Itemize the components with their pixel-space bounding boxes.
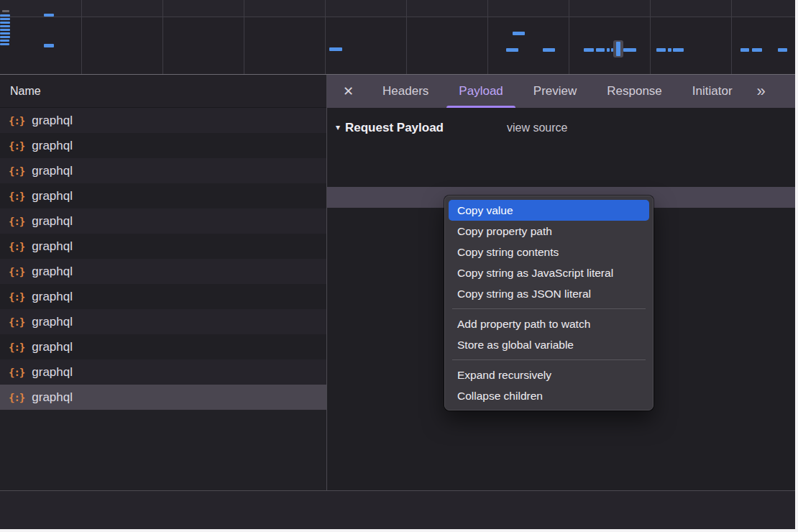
waterfall-request-bar (2, 10, 9, 12)
request-name-label: graphql (32, 214, 73, 229)
request-name-label: graphql (32, 139, 73, 153)
menu-item-copy-string-as-json-literal[interactable]: Copy string as JSON literal (449, 283, 649, 304)
menu-separator (452, 359, 646, 360)
context-menu: Copy valueCopy property pathCopy string … (444, 196, 653, 411)
waterfall-gridline (162, 0, 163, 74)
waterfall-request-bar (44, 44, 54, 47)
waterfall-time-ruler-band (0, 0, 795, 17)
json-braces-icon: {:} (9, 115, 24, 127)
waterfall-request-bar (0, 36, 10, 38)
waterfall-request-bar (0, 40, 9, 42)
tab-payload[interactable]: Payload (459, 75, 503, 108)
request-name-label: graphql (32, 265, 73, 279)
waterfall-request-bar (0, 43, 9, 45)
tab-preview[interactable]: Preview (533, 75, 577, 108)
json-braces-icon: {:} (9, 316, 24, 328)
request-name-label: graphql (32, 189, 73, 203)
waterfall-request-bar (0, 22, 10, 24)
menu-item-copy-property-path[interactable]: Copy property path (449, 221, 649, 242)
menu-item-collapse-children[interactable]: Collapse children (449, 385, 649, 406)
request-rows: {:} graphql {:} graphql {:} graphql {:} … (0, 108, 326, 410)
section-expander-icon[interactable]: ▾ (336, 117, 340, 138)
name-column-header[interactable]: Name (0, 75, 326, 108)
waterfall-request-bar (596, 48, 605, 52)
network-request-row[interactable]: {:} graphql (0, 133, 326, 158)
waterfall-request-bar (0, 14, 10, 17)
waterfall-gridline (406, 0, 407, 74)
waterfall-gridline (650, 0, 651, 74)
network-request-row[interactable]: {:} graphql (0, 385, 326, 410)
status-footer (0, 490, 795, 529)
waterfall-request-bar (740, 48, 749, 52)
waterfall-request-bar (513, 32, 525, 35)
network-request-row[interactable]: {:} graphql (0, 234, 326, 259)
waterfall-request-bar (44, 14, 54, 17)
json-braces-icon: {:} (9, 241, 24, 252)
menu-item-copy-value[interactable]: Copy value (449, 200, 649, 221)
waterfall-selected-request-marker (613, 40, 623, 58)
network-request-row[interactable]: {:} graphql (0, 309, 326, 334)
view-source-link[interactable]: view source (507, 117, 567, 138)
request-name-label: graphql (32, 290, 73, 304)
json-braces-icon: {:} (9, 392, 24, 403)
json-braces-icon: {:} (9, 165, 24, 177)
waterfall-gridline (325, 0, 326, 74)
waterfall-request-bar (668, 48, 671, 52)
request-name-label: graphql (32, 239, 73, 254)
network-request-row[interactable]: {:} graphql (0, 108, 326, 133)
network-request-row[interactable]: {:} graphql (0, 208, 326, 234)
waterfall-request-bar (329, 47, 342, 51)
tree-row-operation-name[interactable]: operationName: "ipFlowTimeseries" (327, 166, 795, 187)
waterfall-request-bar (607, 48, 610, 52)
waterfall-request-bar (0, 29, 10, 31)
waterfall-selected-request-bar (616, 42, 620, 56)
json-braces-icon: {:} (9, 140, 24, 152)
waterfall-gridline (731, 0, 732, 74)
menu-item-add-property-path-to-watch[interactable]: Add property path to watch (449, 313, 649, 334)
json-braces-icon: {:} (9, 341, 24, 353)
network-request-row[interactable]: {:} graphql (0, 334, 326, 359)
waterfall-request-bar (623, 48, 636, 52)
network-request-row[interactable]: {:} graphql (0, 158, 326, 183)
detail-tabs: HeadersPayloadPreviewResponseInitiator (382, 75, 732, 108)
network-request-row[interactable]: {:} graphql (0, 183, 326, 208)
json-braces-icon: {:} (9, 291, 24, 303)
tab-headers[interactable]: Headers (382, 75, 428, 108)
menu-item-expand-recursively[interactable]: Expand recursively (449, 364, 649, 385)
menu-item-store-as-global-variable[interactable]: Store as global variable (449, 334, 649, 355)
request-name-label: graphql (32, 340, 73, 354)
waterfall-request-bar (656, 48, 666, 52)
request-name-label: graphql (32, 390, 73, 405)
json-braces-icon: {:} (9, 367, 24, 378)
detail-tabstrip: ✕ HeadersPayloadPreviewResponseInitiator… (327, 75, 795, 108)
network-overview-waterfall[interactable] (0, 0, 795, 75)
waterfall-request-bar (584, 48, 594, 52)
screenshot-bottom-edge (0, 529, 798, 532)
waterfall-request-bar (0, 18, 10, 20)
waterfall-request-bar (752, 48, 762, 52)
section-title: Request Payload (345, 117, 444, 138)
request-name-label: graphql (32, 164, 73, 178)
waterfall-request-bar (673, 48, 684, 52)
waterfall-gridline (569, 0, 569, 74)
request-name-label: graphql (32, 365, 73, 380)
tab-response[interactable]: Response (607, 75, 662, 108)
request-name-label: graphql (32, 315, 73, 329)
request-payload-section-header: ▾ Request Payload view source (327, 117, 795, 138)
menu-item-copy-string-contents[interactable]: Copy string contents (449, 242, 649, 262)
close-icon[interactable]: ✕ (343, 75, 354, 108)
network-request-row[interactable]: {:} graphql (0, 359, 326, 385)
waterfall-request-bar (506, 48, 518, 52)
waterfall-gridline (487, 0, 488, 74)
more-tabs-chevron-icon[interactable]: » (757, 75, 764, 108)
waterfall-request-bar (0, 25, 10, 27)
tab-initiator[interactable]: Initiator (692, 75, 733, 108)
json-braces-icon: {:} (9, 216, 24, 227)
network-request-row[interactable]: {:} graphql (0, 259, 326, 284)
menu-item-copy-string-as-javascript-literal[interactable]: Copy string as JavaScript literal (449, 262, 649, 283)
tree-row-object-summary[interactable]: ▼ {operationName: "ipFlowTimeseries", va… (327, 145, 795, 166)
network-request-list-panel: Name {:} graphql {:} graphql {:} graphql… (0, 75, 326, 529)
network-request-row[interactable]: {:} graphql (0, 284, 326, 309)
menu-separator (452, 308, 646, 309)
waterfall-gridline (244, 0, 244, 74)
